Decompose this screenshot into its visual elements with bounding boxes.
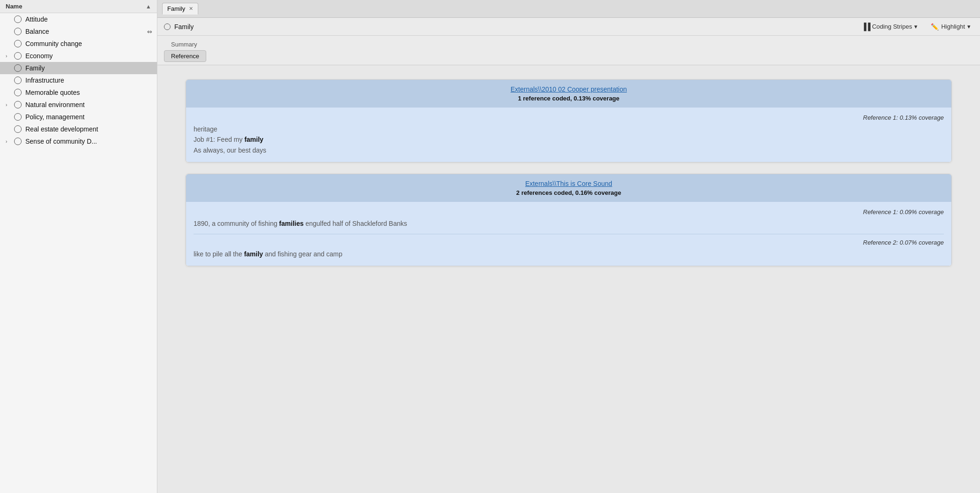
ref-card-body: Reference 1: 0.09% coverage1890, a commu… — [186, 202, 951, 266]
sidebar-item-infrastructure[interactable]: Infrastructure — [0, 74, 157, 86]
sidebar-item-family[interactable]: Family — [0, 62, 157, 74]
sidebar-item-policy-management[interactable]: Policy, management — [0, 111, 157, 123]
sidebar-item-community-change[interactable]: Community change — [0, 38, 157, 50]
header-radio-icon — [164, 23, 171, 30]
sidebar: Name ▲ AttitudeBalance⇔Community change›… — [0, 0, 157, 493]
sidebar-item-label: Policy, management — [25, 113, 85, 121]
highlight-chevron: ▾ — [967, 23, 971, 30]
coding-stripes-label: Coding Stripes — [872, 23, 912, 30]
chevron-icon: › — [6, 139, 12, 144]
chevron-icon: › — [6, 102, 12, 108]
ref-item-text: 1890, a community of fishing families en… — [194, 218, 944, 229]
highlight-label: Highlight — [941, 23, 965, 30]
node-circle-icon — [14, 89, 22, 96]
node-circle-icon — [14, 64, 22, 72]
node-circle-icon — [14, 52, 22, 60]
sidebar-item-economy[interactable]: ›Economy — [0, 50, 157, 62]
sidebar-item-label: Balance — [25, 28, 49, 35]
ref-item-text: heritage — [194, 124, 944, 134]
bold-keyword: family — [244, 250, 263, 258]
bold-keyword: family — [244, 136, 263, 143]
sub-tabs-container: SummaryReference — [164, 39, 206, 62]
node-circle-icon — [14, 77, 22, 84]
node-circle-icon — [14, 113, 22, 121]
sidebar-header-title: Name — [6, 3, 22, 10]
sidebar-item-real-estate[interactable]: Real estate development — [0, 123, 157, 135]
coding-stripes-button[interactable]: ▐▐ Coding Stripes ▾ — [859, 22, 921, 31]
tab-close-button[interactable]: ✕ — [189, 6, 193, 12]
sidebar-item-sense-of-community[interactable]: ›Sense of community D... — [0, 135, 157, 147]
tab-bar: Family ✕ — [157, 0, 980, 18]
content-header: Family ▐▐ Coding Stripes ▾ ✏️ Highlight … — [157, 18, 980, 36]
ref-item-text: As always, our best days — [194, 145, 944, 155]
coding-stripes-icon: ▐▐ — [862, 23, 870, 31]
sidebar-item-label: Natural environment — [25, 101, 85, 108]
ref-item-text: like to pile all the family and fishing … — [194, 249, 944, 259]
sidebar-item-memorable-quotes[interactable]: Memorable quotes — [0, 86, 157, 99]
sidebar-item-label: Family — [25, 64, 45, 72]
node-circle-icon — [14, 125, 22, 133]
sidebar-item-label: Economy — [25, 52, 53, 60]
highlight-button[interactable]: ✏️ Highlight ▾ — [928, 22, 973, 31]
ref-item-meta: Reference 2: 0.07% coverage — [194, 239, 944, 246]
sidebar-item-attitude[interactable]: Attitude — [0, 13, 157, 25]
coding-stripes-chevron: ▾ — [914, 23, 918, 30]
sidebar-items-list: AttitudeBalance⇔Community change›Economy… — [0, 13, 157, 147]
ref-item-divider — [194, 234, 944, 234]
node-circle-icon — [14, 28, 22, 35]
ref-card-header: Externals\\2010 02 Cooper presentation1 … — [186, 80, 951, 108]
main-panel: Family ✕ Family ▐▐ Coding Stripes ▾ ✏️ H… — [157, 0, 980, 493]
reference-card: Externals\\This is Core Sound2 reference… — [186, 174, 952, 266]
reference-card: Externals\\2010 02 Cooper presentation1 … — [186, 79, 952, 162]
sidebar-item-label: Memorable quotes — [25, 89, 80, 96]
tab-family[interactable]: Family ✕ — [162, 3, 198, 15]
sort-icon[interactable]: ▲ — [146, 3, 151, 10]
node-circle-icon — [14, 101, 22, 108]
ref-item: Reference 1: 0.13% coverageheritageJob #… — [194, 114, 944, 155]
ref-file-link[interactable]: Externals\\This is Core Sound — [194, 180, 944, 187]
highlight-icon: ✏️ — [931, 23, 939, 31]
ref-item-meta: Reference 1: 0.09% coverage — [194, 208, 944, 216]
link-icon[interactable]: ⇔ — [147, 28, 152, 35]
tab-label: Family — [167, 5, 185, 12]
ref-item: Reference 1: 0.09% coverage1890, a commu… — [194, 208, 944, 229]
content-header-title: Family — [174, 23, 859, 31]
ref-item-text: Job #1: Feed my family — [194, 134, 944, 145]
sidebar-item-label: Sense of community D... — [25, 138, 97, 145]
sub-tab-summary[interactable]: Summary — [164, 39, 206, 50]
ref-item: Reference 2: 0.07% coveragelike to pile … — [194, 239, 944, 259]
node-circle-icon — [14, 138, 22, 145]
ref-coverage-info: 1 reference coded, 0.13% coverage — [194, 95, 944, 102]
ref-coverage-info: 2 references coded, 0.16% coverage — [194, 189, 944, 196]
sidebar-item-label: Community change — [25, 40, 82, 47]
reference-cards-container: Externals\\2010 02 Cooper presentation1 … — [186, 79, 952, 266]
bold-keyword: families — [279, 220, 303, 227]
sub-tab-reference[interactable]: Reference — [164, 50, 206, 62]
chevron-icon: › — [6, 54, 12, 59]
sidebar-item-label: Infrastructure — [25, 77, 64, 84]
sub-tab-bar: SummaryReference — [157, 36, 980, 65]
sidebar-item-label: Real estate development — [25, 125, 98, 133]
ref-file-link[interactable]: Externals\\2010 02 Cooper presentation — [194, 85, 944, 93]
sidebar-item-label: Attitude — [25, 15, 47, 23]
content-body: Externals\\2010 02 Cooper presentation1 … — [157, 65, 980, 493]
ref-card-header: Externals\\This is Core Sound2 reference… — [186, 174, 951, 202]
ref-card-body: Reference 1: 0.13% coverageheritageJob #… — [186, 108, 951, 162]
ref-item-meta: Reference 1: 0.13% coverage — [194, 114, 944, 121]
node-circle-icon — [14, 40, 22, 47]
sidebar-header: Name ▲ — [0, 0, 157, 13]
node-circle-icon — [14, 15, 22, 23]
sidebar-item-balance[interactable]: Balance⇔ — [0, 25, 157, 38]
sidebar-item-natural-environment[interactable]: ›Natural environment — [0, 99, 157, 111]
toolbar-right: ▐▐ Coding Stripes ▾ ✏️ Highlight ▾ — [859, 22, 973, 31]
